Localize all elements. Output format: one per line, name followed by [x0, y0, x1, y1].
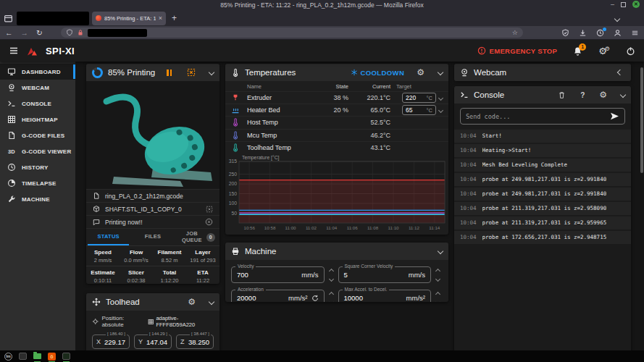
- insecure-lock-icon[interactable]: [77, 29, 84, 36]
- console-entry[interactable]: 10:04probe at 211.319,217.031 is z=2.958…: [454, 202, 631, 216]
- step-down-icon[interactable]: [328, 299, 333, 302]
- file-manager-icon[interactable]: [33, 352, 42, 361]
- target-input[interactable]: 65°C: [402, 105, 436, 115]
- redacted-tab[interactable]: [17, 12, 89, 25]
- step-up-icon[interactable]: [328, 268, 333, 273]
- maximize-button[interactable]: [621, 2, 626, 7]
- power-icon[interactable]: [626, 46, 635, 56]
- webcam-expand-chevron-icon[interactable]: [617, 70, 623, 75]
- step-up-icon[interactable]: [328, 291, 333, 296]
- gcode-preview[interactable]: [86, 81, 219, 189]
- temperature-chart[interactable]: 5010015020025031510:5610:5811:0011:0211:…: [225, 153, 448, 235]
- step-up-icon[interactable]: [435, 291, 440, 296]
- console-entry[interactable]: 10:04Start!: [454, 130, 631, 144]
- close-window-button[interactable]: ✕: [632, 1, 640, 8]
- machine-field-square-corner-velocity[interactable]: Square Corner Velocity5mm/s: [338, 266, 432, 283]
- sidebar-item-history[interactable]: HISTORY: [0, 159, 75, 175]
- sidebar-item-heightmap[interactable]: HEIGHTMAP: [0, 111, 75, 127]
- axis-y-position[interactable]: [ 144.29 ]Y147.04: [134, 334, 172, 349]
- console-settings-gear-icon[interactable]: ⚙: [599, 90, 607, 99]
- entry-time: 10:04: [460, 234, 477, 241]
- menu-icon[interactable]: [631, 29, 639, 37]
- notifications-button[interactable]: 1: [573, 46, 582, 56]
- clear-console-icon[interactable]: [558, 91, 566, 99]
- help-icon[interactable]: ?: [580, 91, 585, 99]
- emergency-stop-button[interactable]: EMERGENCY STOP: [477, 46, 558, 55]
- field-stepper[interactable]: [327, 290, 336, 302]
- field-stepper[interactable]: [433, 290, 443, 302]
- pause-print-button[interactable]: [167, 70, 172, 76]
- field-stepper[interactable]: [327, 266, 336, 283]
- reset-icon[interactable]: [311, 295, 319, 302]
- bookmark-star-icon[interactable]: ☆: [512, 29, 518, 36]
- console-log[interactable]: 10:04Start!10:04Heating->Start!10:04Mesh…: [454, 130, 631, 245]
- tab-list-chevron-icon[interactable]: [614, 16, 620, 22]
- shield-check-icon[interactable]: [561, 29, 569, 37]
- reload-icon[interactable]: ↻: [36, 29, 43, 37]
- console-collapse-chevron-icon[interactable]: [620, 92, 626, 98]
- machine-field-max-accel-to-decel-[interactable]: Max Accel. to Decel.10000mm/s²: [338, 290, 432, 302]
- sidebar-item-webcam[interactable]: WEBCAM: [0, 80, 75, 96]
- axis-z-position[interactable]: [ 38.447 ]Z38.250: [176, 334, 214, 349]
- axis-x-position[interactable]: [ 186.40 ]X229.17: [92, 334, 130, 349]
- active-tab[interactable]: 85% Printing - ETA: 11:22 - r ×: [92, 12, 166, 25]
- mint-menu-icon[interactable]: lm: [4, 352, 13, 361]
- console-entry[interactable]: 10:04probe at 249.981,217.031 is z=2.991…: [454, 173, 631, 188]
- sidebar-item-g-code-viewer[interactable]: 3DG-CODE VIEWER: [0, 143, 75, 159]
- forward-icon[interactable]: →: [21, 29, 29, 37]
- console-entry[interactable]: 10:04probe at 172.656,217.031 is z=2.948…: [454, 231, 631, 245]
- machine-field-velocity[interactable]: Velocity700mm/s: [231, 266, 325, 283]
- tab-close-icon[interactable]: ×: [159, 14, 162, 22]
- temps-settings-gear-icon[interactable]: ⚙: [417, 68, 425, 77]
- machine-field-acceleration[interactable]: Acceleration20000mm/s²: [231, 290, 325, 302]
- tab-status[interactable]: STATUS: [86, 229, 130, 245]
- field-stepper[interactable]: [433, 266, 443, 283]
- new-tab-button[interactable]: +: [172, 13, 177, 23]
- settings-button[interactable]: ⚙⚙: [598, 46, 610, 56]
- history-clock-icon[interactable]: [596, 29, 604, 37]
- sidebar-item-timelapse[interactable]: TIMELAPSE: [0, 175, 75, 191]
- target-presets-chevron-icon[interactable]: [438, 108, 443, 113]
- firefox-icon[interactable]: ö: [47, 352, 57, 361]
- exclude-object-icon[interactable]: [187, 68, 196, 77]
- console-entry[interactable]: 10:04Mesh Bed Leveling Complete: [454, 159, 631, 173]
- cooldown-button[interactable]: COOLDOWN: [351, 69, 405, 77]
- sidebar-item-g-code-files[interactable]: G-CODE FILES: [0, 127, 75, 143]
- machine-collapse-chevron-icon[interactable]: [438, 248, 443, 254]
- sensor-current: 43.1°C: [348, 144, 390, 151]
- profile-icon[interactable]: [614, 29, 622, 37]
- terminal-app-icon[interactable]: [18, 352, 28, 361]
- toolhead-settings-gear-icon[interactable]: ⚙: [188, 298, 196, 306]
- mesh-profile[interactable]: adaptive-FFFF8D59A220: [148, 315, 214, 328]
- screenshot-app-icon[interactable]: [62, 352, 71, 361]
- back-icon[interactable]: ←: [5, 29, 13, 37]
- temps-collapse-chevron-icon[interactable]: [438, 70, 443, 75]
- page-scrollbar[interactable]: [640, 67, 643, 173]
- sidebar-item-machine[interactable]: MACHINE: [0, 191, 75, 207]
- sidebar-menu-icon[interactable]: [9, 46, 19, 55]
- download-icon[interactable]: [579, 29, 587, 37]
- target-input[interactable]: 220°C: [402, 93, 436, 103]
- tab-files[interactable]: FILES: [130, 229, 175, 245]
- exclude-this-object-icon[interactable]: [206, 206, 213, 213]
- sidebar-item-console[interactable]: CONSOLE: [0, 96, 75, 111]
- console-input[interactable]: [466, 113, 606, 120]
- url-bar[interactable]: ☆: [61, 28, 523, 38]
- minimize-button[interactable]: –: [611, 1, 614, 8]
- collapse-panel-chevron-icon[interactable]: [209, 70, 214, 75]
- step-up-icon[interactable]: [435, 268, 440, 273]
- step-down-icon[interactable]: [435, 299, 440, 302]
- console-entry[interactable]: 10:04probe at 249.981,217.031 is z=2.991…: [454, 188, 631, 202]
- console-entry[interactable]: 10:04probe at 211.319,217.031 is z=2.959…: [454, 216, 631, 231]
- tab-overview-icon[interactable]: [4, 14, 13, 23]
- toolhead-collapse-chevron-icon[interactable]: [209, 299, 214, 305]
- sidebar-item-dashboard[interactable]: DASHBOARD: [0, 64, 75, 80]
- send-icon[interactable]: [610, 112, 619, 120]
- console-entry[interactable]: 10:04Heating->Start!: [454, 144, 631, 159]
- step-down-icon[interactable]: [435, 276, 440, 281]
- tab-job-queue[interactable]: JOB QUEUE0: [175, 229, 219, 245]
- shield-icon[interactable]: [66, 29, 73, 36]
- clear-message-icon[interactable]: [205, 218, 213, 226]
- target-presets-chevron-icon[interactable]: [438, 96, 443, 101]
- step-down-icon[interactable]: [328, 276, 333, 281]
